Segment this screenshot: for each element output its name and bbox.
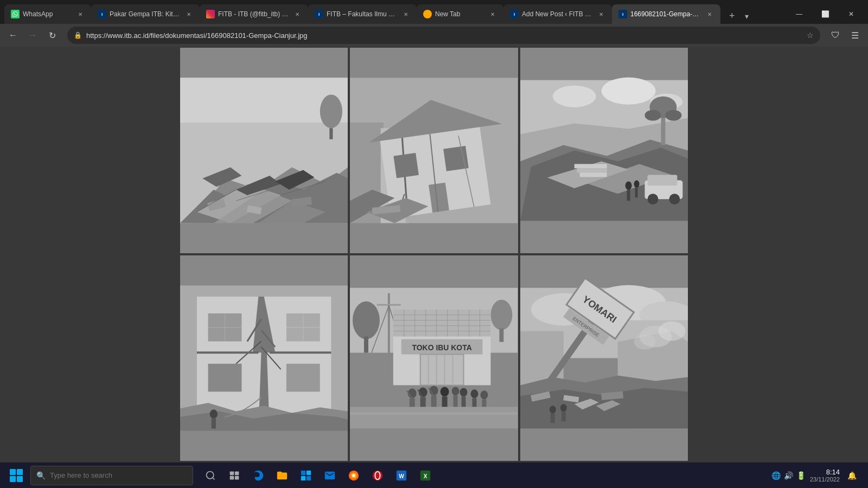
notification-button[interactable]: 🔔 [844, 464, 859, 487]
svg-point-88 [491, 300, 513, 330]
addpost-favicon: I [510, 10, 519, 18]
tab-pakar-close[interactable]: ✕ [184, 10, 193, 18]
whatsapp-favicon [11, 10, 20, 18]
taskbar-excel-icon[interactable]: X [414, 464, 436, 487]
image-row-bottom: TOKO IBU KOTA [179, 254, 689, 462]
taskbar-edge-icon[interactable] [247, 464, 269, 487]
window-controls: — ⬜ ✕ [787, 4, 864, 24]
tab-gempa[interactable]: I 1669082101-Gempa-Cia... ✕ [612, 4, 720, 24]
svg-rect-51 [627, 190, 630, 201]
svg-point-131 [471, 389, 478, 398]
svg-rect-55 [647, 175, 677, 185]
svg-point-126 [460, 388, 468, 396]
svg-point-159 [560, 404, 566, 412]
tab-addpost-label: Add New Post ‹ FITB —... [522, 10, 593, 18]
svg-rect-110 [420, 355, 464, 386]
refresh-button[interactable]: ↻ [43, 27, 61, 44]
taskbar-tray: 🌐 🔊 🔋 8:14 23/11/2022 🔔 [767, 464, 864, 487]
svg-rect-169 [235, 471, 239, 475]
maximize-button[interactable]: ⬜ [813, 4, 838, 24]
clock-time: 8:14 [826, 468, 840, 476]
tab-fitb-web[interactable]: I FITB – Fakultas Ilmu dan... ✕ [308, 4, 417, 24]
address-bar[interactable]: 🔒 https://www.itb.ac.id/files/dokumentas… [67, 27, 820, 44]
taskbar-store-icon[interactable] [295, 464, 317, 487]
svg-point-38 [553, 86, 596, 107]
close-button[interactable]: ✕ [839, 4, 864, 24]
tab-fitb-web-label: FITB – Fakultas Ilmu dan... [327, 10, 398, 18]
search-input[interactable] [50, 471, 187, 479]
tab-whatsapp[interactable]: WhatsApp ✕ [4, 4, 91, 24]
tab-gempa-close[interactable]: ✕ [705, 10, 714, 18]
taskbar-search[interactable]: 🔍 [30, 466, 193, 485]
svg-point-178 [352, 474, 355, 477]
url-text: https://www.itb.ac.id/files/dokumentasi/… [86, 31, 802, 40]
tab-newtab[interactable]: New Tab ✕ [417, 4, 503, 24]
lock-icon: 🔒 [74, 31, 82, 39]
tray-icons: 🌐 🔊 🔋 [771, 471, 806, 480]
taskbar-mail-icon[interactable] [319, 464, 341, 487]
svg-point-122 [441, 387, 449, 396]
svg-point-56 [647, 194, 658, 204]
tab-newtab-close[interactable]: ✕ [488, 10, 497, 18]
image-bottom-right: YOMARI ENTERPRISE [519, 254, 689, 462]
svg-point-50 [625, 181, 631, 190]
svg-point-82 [210, 409, 218, 418]
svg-point-52 [634, 180, 639, 188]
svg-rect-135 [350, 407, 518, 428]
forward-button[interactable]: → [24, 27, 41, 44]
svg-rect-29 [444, 146, 469, 171]
svg-text:W: W [399, 473, 404, 479]
tab-whatsapp-label: WhatsApp [23, 10, 73, 18]
back-button[interactable]: ← [4, 27, 22, 44]
menu-button[interactable]: ☰ [846, 27, 864, 44]
tab-dropdown-button[interactable]: ▾ [742, 10, 752, 23]
toolbar-right: 🛡 ☰ [827, 27, 864, 44]
taskbar-taskview-icon[interactable] [224, 464, 245, 487]
svg-point-157 [550, 406, 556, 413]
svg-rect-158 [551, 413, 555, 423]
tab-addpost[interactable]: I Add New Post ‹ FITB —... ✕ [503, 4, 612, 24]
clock[interactable]: 8:14 23/11/2022 [810, 468, 840, 483]
bookmark-icon[interactable]: ☆ [807, 31, 814, 40]
taskbar-search-icon[interactable] [200, 464, 221, 487]
battery-icon[interactable]: 🔋 [796, 471, 806, 480]
tab-fitb-ig[interactable]: FITB - ITB (@fitb_itb) • In... ✕ [200, 4, 308, 24]
tab-fitb-web-close[interactable]: ✕ [401, 10, 410, 18]
clock-date: 23/11/2022 [810, 476, 840, 483]
content-area: TOKO IBU KOTA [0, 47, 868, 462]
new-tab-button[interactable]: + [725, 8, 739, 24]
svg-rect-76 [208, 364, 242, 392]
tab-whatsapp-close[interactable]: ✕ [76, 10, 85, 18]
svg-line-167 [213, 477, 215, 479]
tab-actions: + ▾ [725, 8, 752, 24]
tab-newtab-label: New Tab [435, 10, 485, 18]
taskbar-firefox-icon[interactable] [343, 464, 365, 487]
tab-gempa-label: 1669082101-Gempa-Cia... [630, 10, 702, 18]
taskbar-fileexplorer-icon[interactable] [271, 464, 293, 487]
svg-point-133 [481, 390, 488, 399]
tab-addpost-close[interactable]: ✕ [597, 10, 605, 18]
gempa-favicon: I [618, 10, 627, 18]
svg-rect-28 [394, 153, 419, 178]
svg-point-57 [669, 194, 680, 204]
tab-fitb-ig-close[interactable]: ✕ [293, 10, 302, 18]
minimize-button[interactable]: — [787, 4, 812, 24]
svg-rect-136 [350, 412, 518, 415]
taskbar-icons: W X [200, 464, 436, 487]
svg-point-86 [353, 301, 380, 339]
svg-point-166 [207, 471, 214, 478]
svg-rect-174 [301, 476, 305, 480]
svg-rect-173 [307, 470, 311, 474]
svg-rect-89 [500, 329, 504, 342]
taskbar-word-icon[interactable]: W [391, 464, 412, 487]
tab-pakar[interactable]: I Pakar Gempa ITB: Kita H... ✕ [91, 4, 200, 24]
svg-rect-91 [377, 304, 401, 306]
volume-icon[interactable]: 🔊 [784, 471, 793, 480]
svg-rect-48 [577, 168, 607, 172]
svg-rect-175 [307, 476, 311, 480]
svg-rect-15 [329, 128, 333, 139]
network-icon[interactable]: 🌐 [771, 471, 781, 480]
shield-icon[interactable]: 🛡 [827, 27, 844, 44]
start-button[interactable] [4, 464, 28, 487]
taskbar-opera-icon[interactable] [367, 464, 388, 487]
